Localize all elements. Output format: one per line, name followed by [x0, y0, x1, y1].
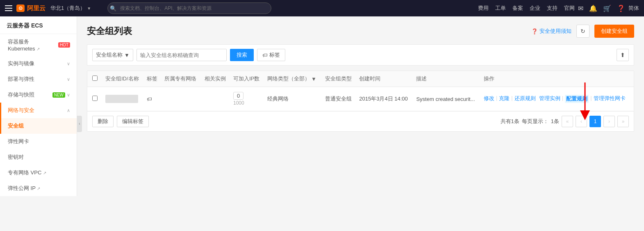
sidebar-item-deploy[interactable]: 部署与弹性 ∨ [0, 71, 77, 87]
pagination-total: 共有1条 [501, 118, 519, 125]
action-links: 修改 | 克隆 | 还原规则 管理实例 | 配置规则 | 管理弹性网卡 [484, 95, 630, 103]
sidebar-item-label: 弹性公网 IP ↗ [8, 185, 40, 192]
sidebar: 云服务器 ECS 容器服务 Kubernetes ↗ HOT 实例与镜像 ∨ 部… [0, 16, 77, 196]
sidebar-item-instances[interactable]: 实例与镜像 ∨ [0, 56, 77, 71]
refresh-button[interactable]: ↻ [576, 25, 589, 38]
logo[interactable]: ⊙ 阿里云 [16, 5, 46, 12]
sidebar-item-kubernetes[interactable]: 容器服务 Kubernetes ↗ HOT [0, 34, 77, 56]
sidebar-item-label: 安全组 [8, 122, 24, 130]
action-clone[interactable]: 克隆 [499, 95, 510, 103]
search-bar: 🔍 [101, 2, 468, 14]
filter-dropdown-icon: ▼ [311, 76, 316, 82]
sg-instances-cell [201, 87, 230, 111]
action-manage-eni[interactable]: 管理弹性网卡 [594, 95, 626, 103]
ip-count-value: 0 [233, 92, 243, 100]
delete-button[interactable]: 删除 [92, 116, 114, 127]
action-restore[interactable]: 还原规则 [514, 95, 536, 103]
sg-actions-cell: 修改 | 克隆 | 还原规则 管理实例 | 配置规则 | 管理弹性网卡 [480, 87, 634, 111]
sidebar-item-storage[interactable]: 存储与快照 NEW ∨ [0, 87, 77, 103]
region-selector[interactable]: 华北1（青岛） ▼ [50, 5, 91, 12]
sidebar-item-network[interactable]: 网络与安全 ∧ [0, 103, 77, 118]
ip-max-value: 1000 [233, 100, 244, 106]
region-label: 华北1（青岛） [50, 5, 85, 12]
search-icon: 🔍 [110, 5, 116, 11]
new-badge: NEW [52, 92, 65, 98]
export-button[interactable]: ⬆ [617, 49, 629, 61]
filter-select-label: 安全组名称 [96, 51, 123, 59]
arrow-annotation [573, 82, 597, 124]
nav-icons: ✉ 🔔 🛒 ❓ [578, 5, 625, 12]
sidebar-title: 云服务器 ECS [0, 16, 77, 34]
filter-search-input[interactable] [137, 49, 227, 61]
help-text: 安全使用须知 [539, 27, 571, 35]
sg-type-cell: 普通安全组 [322, 87, 356, 111]
nav-link-icp[interactable]: 备案 [512, 5, 523, 12]
row-checkbox[interactable] [92, 96, 98, 101]
sidebar-collapse-button[interactable]: ‹ [77, 116, 82, 132]
tag-filter-button[interactable]: 🏷 标签 [257, 49, 285, 61]
col-ip-count: 可加入IP数 [230, 71, 264, 87]
pagination-last-button[interactable]: » [617, 116, 629, 127]
help-icon[interactable]: ❓ [617, 5, 625, 12]
sg-desc-cell: System created securit... [413, 87, 480, 111]
chevron-down-icon: ∨ [67, 61, 70, 66]
action-manage-instances[interactable]: 管理实例 [539, 95, 560, 103]
sg-network-type-cell: 经典网络 [264, 87, 322, 111]
page-header: 安全组列表 ❓ 安全使用须知 ↻ 创建安全组 [87, 25, 634, 38]
language-switcher[interactable]: 简体 [628, 5, 639, 12]
tag-icon-cell[interactable]: 🏷 [147, 96, 152, 102]
action-modify[interactable]: 修改 [484, 95, 494, 103]
search-button[interactable]: 搜索 [230, 49, 254, 61]
nav-link-support[interactable]: 支持 [547, 5, 558, 12]
chevron-up-icon: ∧ [67, 108, 70, 113]
search-input[interactable] [107, 2, 271, 14]
nav-link-enterprise[interactable]: 企业 [530, 5, 540, 12]
sidebar-item-keypair[interactable]: 密钥对 [0, 149, 77, 165]
chevron-down-icon: ∨ [67, 92, 70, 98]
pagination-per-page-count: 1条 [551, 118, 559, 125]
col-desc: 描述 [413, 71, 480, 87]
page-title: 安全组列表 [87, 25, 132, 37]
logo-icon: ⊙ [16, 5, 25, 12]
nav-link-fee[interactable]: 费用 [478, 5, 489, 12]
help-link[interactable]: ❓ 安全使用须知 [531, 27, 571, 35]
pagination-first-button[interactable]: « [562, 116, 573, 127]
nav-link-ticket[interactable]: 工单 [495, 5, 506, 12]
col-network-type[interactable]: 网络类型（全部）▼ [264, 71, 322, 87]
create-security-group-button[interactable]: 创建安全组 [594, 25, 634, 38]
page-header-actions: ❓ 安全使用须知 ↻ 创建安全组 [531, 25, 634, 38]
hot-badge: HOT [58, 42, 70, 48]
sg-id-name-cell [102, 87, 143, 111]
tag-label: 标签 [269, 51, 280, 59]
col-created: 创建时间 [356, 71, 413, 87]
sidebar-item-eni[interactable]: 弹性网卡 [0, 134, 77, 149]
sidebar-item-vpc[interactable]: 专有网络 VPC ↗ [0, 165, 77, 181]
menu-icon[interactable] [5, 4, 13, 12]
table-row: 🏷 0 1000 经典网络 普通安全组 2015年3月4日 14:00 Syst… [87, 87, 634, 111]
sidebar-item-label: 部署与弹性 [8, 75, 34, 83]
nav-link-official[interactable]: 官网 [564, 5, 575, 12]
help-icon: ❓ [531, 28, 538, 34]
main-content: 安全组列表 ❓ 安全使用须知 ↻ 创建安全组 安全组名称 ▼ 搜索 🏷 标签 [77, 16, 644, 231]
sidebar-item-eip[interactable]: 弹性公网 IP ↗ [0, 181, 77, 196]
sg-name-placeholder [105, 95, 138, 103]
network-type-filter[interactable]: 网络类型（全部）▼ [267, 75, 316, 82]
bottom-actions: 删除 编辑标签 [92, 116, 149, 127]
sg-vpc-cell [161, 87, 201, 111]
top-navbar: ⊙ 阿里云 华北1（青岛） ▼ 🔍 费用 工单 备案 企业 支持 官网 ✉ 🔔 … [0, 0, 644, 16]
pagination-next-button[interactable]: › [603, 116, 615, 127]
email-icon[interactable]: ✉ [578, 5, 583, 12]
edit-tag-button[interactable]: 编辑标签 [117, 116, 149, 127]
col-tag: 标签 [143, 71, 161, 87]
logo-text: 阿里云 [27, 5, 46, 12]
table-bottom-bar: 删除 编辑标签 共有1条 每页显示： 1条 « ‹ 1 › » [87, 111, 634, 131]
cart-icon[interactable]: 🛒 [603, 5, 611, 12]
sidebar-item-security-group[interactable]: 安全组 [0, 118, 77, 134]
chevron-down-icon: ∨ [67, 77, 70, 82]
filter-type-select[interactable]: 安全组名称 ▼ [92, 49, 133, 61]
select-all-checkbox[interactable] [92, 75, 98, 81]
col-instances: 相关实例 [201, 71, 230, 87]
col-vpc: 所属专有网络 [161, 71, 201, 87]
bell-icon[interactable]: 🔔 [589, 5, 597, 12]
sidebar-item-label: 弹性网卡 [8, 138, 29, 145]
